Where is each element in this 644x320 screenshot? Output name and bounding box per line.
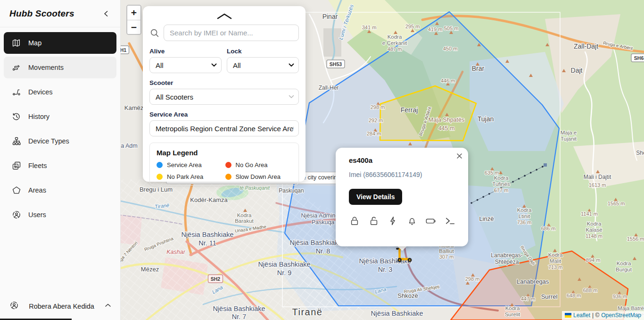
map-icon [11,38,21,48]
chevron-down-icon [211,63,217,67]
sidebar-item-label: Fleets [28,162,47,169]
legend-item-slow-down-area: Slow Down Area [225,173,292,180]
map-label: 292 m [369,118,383,123]
map-label: 713 m [548,264,563,270]
map-label: 307 m [439,254,454,260]
map-label: 1565 m [608,201,625,206]
legend-item-no-go-area: No Go Area [225,161,292,168]
map-canvas[interactable]: PinarLumi i Tërkuzës341 m295 m419 m505 m… [121,0,644,320]
map-label: Kodër-Kamza [190,196,228,203]
sidebar-item-areas[interactable]: Areas [4,179,116,201]
leaflet-link[interactable]: Leaflet [573,312,590,319]
map-label: Zall-Dajt [574,42,598,50]
map-label: e Çerkanit [382,40,407,46]
svg-text:SH1: SH1 [121,47,126,53]
map-label: Kodra [617,261,631,266]
map-label: Pinar [322,13,338,20]
alive-select[interactable]: All [149,57,222,73]
scooter-label: Scooter [149,79,299,86]
sidebar-item-fleets[interactable]: Fleets [4,155,116,177]
service-area-select[interactable]: Metropolis Region Central Zone Service A… [149,120,299,136]
sidebar-collapse-button[interactable] [100,8,112,19]
lock-open-icon[interactable] [368,215,380,227]
sidebar-item-label: Movements [28,64,64,71]
legend-dot [225,174,231,180]
bell-icon[interactable] [406,215,418,227]
map-label: 419 m [428,26,443,32]
scooter-select-value: All Scooters [156,93,193,101]
scooter-select[interactable]: All Scooters [149,89,299,105]
sidebar-item-label: Device Types [28,137,69,145]
alive-select-value: All [156,61,164,69]
map-label: Kamëz [124,104,143,111]
legend-dot [157,174,163,180]
map-label: 736 m [517,219,532,225]
sidebar-item-users[interactable]: Users [4,204,116,226]
map-label: Maja Batrës [618,305,644,311]
map-label: 446 m [441,78,455,84]
map-label: 688 m [583,287,598,293]
popup-action-icons [349,215,459,227]
map-label: Mëzez [141,266,159,273]
zoom-in-button[interactable]: + [127,6,140,20]
map-legend: Map Legend Service Area No Go Area No Pa… [149,143,299,185]
close-icon[interactable] [455,152,463,160]
sidebar-footer[interactable]: Robera Abera Kedida [0,293,120,320]
sidebar-item-map[interactable]: Map [4,32,116,54]
lock-closed-icon[interactable] [349,215,360,227]
map-label: Njësia Bashkiake [181,231,233,238]
map-label: Kodra [587,221,602,227]
map-label: Barakut [235,218,254,224]
map-label: Brar [472,65,485,72]
terminal-icon[interactable] [445,215,456,227]
chevron-down-icon [289,126,294,130]
map-label: Lanabregas- [491,252,522,259]
legend-item-no-park-area: No Park Area [157,173,223,180]
view-details-button[interactable]: View Details [349,189,402,205]
footer-user-name: Robera Abera Kedida [24,303,99,310]
map-label: Paskuqan [279,187,304,194]
map-label: Nr. 11 [198,239,216,247]
legend-label: Service Area [167,161,202,168]
map-label: Lanabregas [517,278,549,285]
map-label: Paskuqa [312,219,335,226]
legend-item-service-area: Service Area [157,161,223,168]
search-input[interactable] [164,25,299,41]
sidebar-item-devices[interactable]: Devices [4,81,116,103]
lock-select[interactable]: All [227,57,299,73]
zoom-out-button[interactable]: − [127,20,140,34]
battery-icon[interactable] [425,215,437,227]
scooter-popup: es400a Imei (866356061174149) View Detai… [336,148,468,246]
sidebar-item-history[interactable]: History [4,106,116,127]
chevron-up-icon [104,302,112,311]
lock-select-value: All [233,61,241,69]
chevron-up-icon [216,13,233,20]
map-label: Maja e [561,130,577,135]
sidebar-item-movements[interactable]: Movements [4,57,116,78]
popup-title: es400a [349,156,459,164]
sidebar-item-device-types[interactable]: Device Types [4,130,116,152]
search-icon [149,28,160,38]
map-label: Njësia Bashkiake [289,239,342,246]
map-label: Maja Shpatës [429,117,464,123]
panel-collapse-button[interactable] [149,11,299,25]
polygon-area-icon [11,185,21,195]
road-badge: SH2 [208,275,223,283]
alive-label: Alive [149,48,222,55]
ukraine-flag-icon [565,313,571,318]
chevron-down-icon [289,63,294,67]
map-label: 298 m [465,276,480,282]
map-label: 298 m [371,104,385,110]
history-clock-icon [11,112,21,122]
map-label: Nr. 7 [232,313,247,320]
map-label: 487 m [388,46,402,52]
scooter-icon [11,87,21,97]
bolt-icon[interactable] [387,215,398,227]
sidebar-item-label: History [28,113,50,120]
map-label: 447 m [521,296,536,302]
map-label: Ferraj [401,106,418,114]
map-label: Kodra [388,34,402,40]
map-label: 450 m [443,46,458,51]
map-label: Kodra [517,207,532,213]
openstreetmap-link[interactable]: OpenStreetMap [601,312,641,319]
